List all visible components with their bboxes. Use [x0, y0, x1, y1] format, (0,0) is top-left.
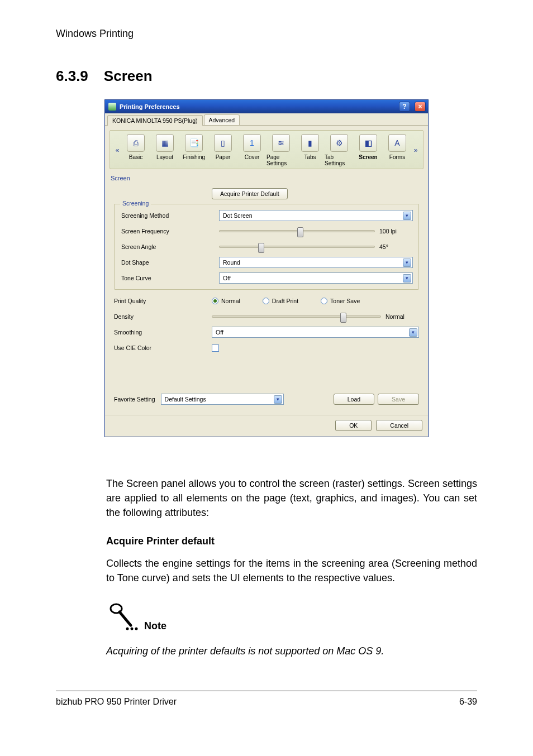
page-footer: bizhub PRO 950 Printer Driver 6-39 — [56, 691, 477, 707]
close-button[interactable]: × — [415, 102, 426, 112]
scroll-left-icon[interactable]: « — [113, 146, 121, 154]
subheading-acquire: Acquire Printer default — [106, 535, 477, 547]
screen-frequency-value: 100 lpi — [379, 228, 413, 235]
svg-point-3 — [131, 628, 134, 630]
chevron-down-icon: ▾ — [409, 328, 417, 337]
tab-screen[interactable]: ◧Screen — [354, 134, 383, 166]
screen-angle-slider[interactable] — [219, 246, 375, 248]
note-label: Note — [144, 620, 166, 634]
footer-left: bizhub PRO 950 Printer Driver — [56, 697, 177, 707]
paragraph-2: Collects the engine settings for the ite… — [106, 556, 477, 585]
acquire-printer-default-button[interactable]: Acquire Printer Default — [212, 188, 288, 199]
subtab-advanced[interactable]: Advanced — [204, 114, 240, 125]
tab-forms[interactable]: AForms — [383, 134, 412, 166]
tab-basic[interactable]: ⎙Basic — [121, 134, 150, 166]
note-icon — [106, 601, 140, 634]
screen-angle-value: 45° — [379, 243, 413, 250]
dot-shape-select[interactable]: Round ▾ — [219, 257, 413, 268]
dialog-title: Printing Preferences — [120, 103, 180, 110]
tab-tab-settings[interactable]: ⚙Tab Settings — [325, 134, 354, 166]
screening-method-select[interactable]: Dot Screen ▾ — [219, 210, 413, 221]
screen-frequency-label: Screen Frequency — [121, 228, 219, 235]
screen-frequency-slider[interactable] — [219, 230, 375, 232]
screen-angle-label: Screen Angle — [121, 243, 219, 250]
printer-icon — [108, 103, 116, 111]
svg-point-4 — [135, 628, 138, 630]
titlebar: Printing Preferences ? × — [105, 100, 428, 113]
footer-right: 6-39 — [459, 697, 477, 707]
load-button[interactable]: Load — [334, 394, 374, 405]
panel-title: Screen — [111, 175, 422, 181]
heading-number: 6.3.9 — [56, 68, 88, 85]
tab-cover[interactable]: 1Cover — [237, 134, 266, 166]
print-quality-label: Print Quality — [114, 298, 212, 304]
tab-layout[interactable]: ▦Layout — [150, 134, 179, 166]
ok-button[interactable]: OK — [335, 420, 372, 431]
scroll-right-icon[interactable]: » — [412, 146, 420, 154]
print-quality-draft-radio[interactable]: Draft Print — [263, 298, 298, 304]
screening-legend: Screening — [120, 200, 151, 207]
screening-group: Screening Screening Method Dot Screen ▾ — [114, 204, 419, 290]
chevron-down-icon: ▾ — [403, 274, 411, 283]
tab-finishing[interactable]: 📑Finishing — [179, 134, 208, 166]
chevron-down-icon: ▾ — [274, 395, 282, 404]
cie-color-label: Use CIE Color — [114, 344, 212, 351]
favorite-setting-label: Favorite Setting — [114, 396, 155, 403]
chevron-down-icon: ▾ — [403, 212, 411, 220]
save-button[interactable]: Save — [378, 394, 419, 405]
smoothing-select[interactable]: Off ▾ — [212, 327, 419, 338]
tab-paper[interactable]: ▯Paper — [208, 134, 237, 166]
tone-curve-label: Tone Curve — [121, 275, 219, 281]
screening-method-label: Screening Method — [121, 212, 219, 219]
tab-tabs[interactable]: ▮Tabs — [296, 134, 325, 166]
running-header: Windows Printing — [56, 28, 477, 40]
density-value: Normal — [386, 313, 419, 320]
help-button[interactable]: ? — [399, 102, 410, 112]
cie-color-checkbox[interactable] — [212, 344, 219, 352]
dot-shape-label: Dot Shape — [121, 259, 219, 266]
cancel-button[interactable]: Cancel — [376, 420, 422, 431]
subtab-printer[interactable]: KONICA MINOLTA 950 PS(Plug) — [107, 115, 203, 126]
tab-page-settings[interactable]: ≋Page Settings — [266, 134, 296, 166]
smoothing-label: Smoothing — [114, 329, 212, 336]
svg-line-1 — [120, 612, 131, 625]
favorite-setting-select[interactable]: Default Settings ▾ — [161, 394, 284, 405]
section-heading: 6.3.9 Screen — [56, 68, 477, 85]
subtab-strip: KONICA MINOLTA 950 PS(Plug) Advanced — [105, 113, 428, 126]
tone-curve-select[interactable]: Off ▾ — [219, 272, 413, 284]
density-label: Density — [114, 313, 212, 320]
heading-title: Screen — [104, 68, 153, 85]
chevron-down-icon: ▾ — [403, 259, 411, 267]
printing-preferences-dialog: Printing Preferences ? × KONICA MINOLTA … — [104, 99, 429, 437]
print-quality-toner-radio[interactable]: Toner Save — [321, 298, 360, 304]
note-text: Acquiring of the printer defaults is not… — [106, 645, 477, 657]
print-quality-normal-radio[interactable]: Normal — [212, 298, 240, 304]
favorite-setting-row: Favorite Setting Default Settings ▾ Load… — [110, 390, 423, 410]
svg-point-2 — [126, 628, 129, 630]
icon-tab-strip: « ⎙Basic ▦Layout 📑Finishing ▯Paper 1Cove… — [110, 130, 423, 169]
density-slider[interactable] — [212, 315, 381, 318]
paragraph-1: The Screen panel allows you to control t… — [106, 476, 477, 520]
